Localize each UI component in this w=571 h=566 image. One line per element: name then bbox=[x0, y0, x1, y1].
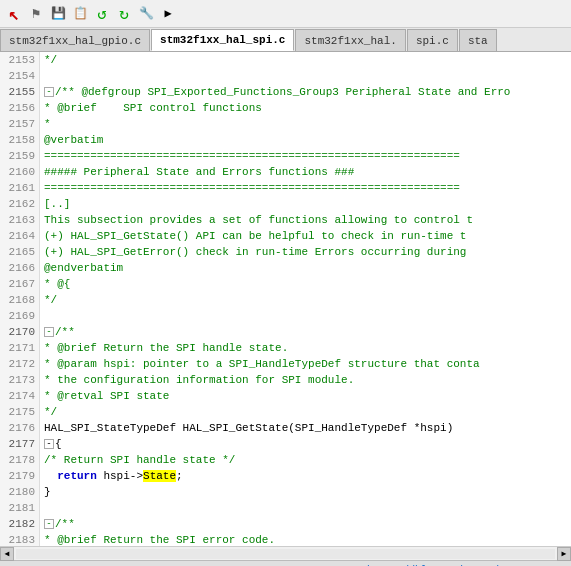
code-line-2162: [..] bbox=[40, 196, 571, 212]
code-line-2163: This subsection provides a set of functi… bbox=[40, 212, 571, 228]
ln-2183: 2183 bbox=[0, 532, 39, 546]
code-line-2166: @endverbatim bbox=[40, 260, 571, 276]
ln-2181: 2181 bbox=[0, 500, 39, 516]
code-line-2160: ##### Peripheral State and Errors functi… bbox=[40, 164, 571, 180]
code-line-2177: -{ bbox=[40, 436, 571, 452]
code-line-2178: /* Return SPI handle state */ bbox=[40, 452, 571, 468]
tab-spi-c[interactable]: spi.c bbox=[407, 29, 458, 51]
tab-spi[interactable]: stm32f1xx_hal_spi.c bbox=[151, 29, 294, 51]
code-line-2173: * the configuration information for SPI … bbox=[40, 372, 571, 388]
line-numbers: 2153 2154 2155 2156 2157 2158 2159 2160 … bbox=[0, 52, 40, 546]
code-line-2157: * bbox=[40, 116, 571, 132]
ln-2158: 2158 bbox=[0, 132, 39, 148]
ln-2182[interactable]: 2182 bbox=[0, 516, 39, 532]
code-line-2156: * @brief SPI control functions bbox=[40, 100, 571, 116]
ln-2178: 2178 bbox=[0, 452, 39, 468]
ln-2167: 2167 bbox=[0, 276, 39, 292]
code-line-2154 bbox=[40, 68, 571, 84]
editor: 2153 2154 2155 2156 2157 2158 2159 2160 … bbox=[0, 52, 571, 546]
ln-2166: 2166 bbox=[0, 260, 39, 276]
code-line-2170: -/** bbox=[40, 324, 571, 340]
ln-2170[interactable]: 2170 bbox=[0, 324, 39, 340]
run-icon[interactable]: ▶ bbox=[158, 4, 178, 24]
save-icon[interactable]: 💾 bbox=[48, 4, 68, 24]
code-line-2167: * @{ bbox=[40, 276, 571, 292]
ln-2177[interactable]: 2177 bbox=[0, 436, 39, 452]
ln-2171: 2171 bbox=[0, 340, 39, 356]
ln-2169: 2169 bbox=[0, 308, 39, 324]
code-line-2159: ========================================… bbox=[40, 148, 571, 164]
tab-bar: stm32f1xx_hal_gpio.c stm32f1xx_hal_spi.c… bbox=[0, 28, 571, 52]
code-line-2161: ========================================… bbox=[40, 180, 571, 196]
ln-2168: 2168 bbox=[0, 292, 39, 308]
code-line-2179: return hspi->State; bbox=[40, 468, 571, 484]
build-icon[interactable]: 🔧 bbox=[136, 4, 156, 24]
green-arrow1-icon[interactable]: ↺ bbox=[92, 4, 112, 24]
ln-2159: 2159 bbox=[0, 148, 39, 164]
ln-2175: 2175 bbox=[0, 404, 39, 420]
scroll-left-arrow[interactable]: ◀ bbox=[0, 547, 14, 561]
code-line-2164: (+) HAL_SPI_GetState() API can be helpfu… bbox=[40, 228, 571, 244]
ln-2174: 2174 bbox=[0, 388, 39, 404]
tab-gpio[interactable]: stm32f1xx_hal_gpio.c bbox=[0, 29, 150, 51]
ln-2162: 2162 bbox=[0, 196, 39, 212]
ln-2160: 2160 bbox=[0, 164, 39, 180]
scroll-track[interactable] bbox=[16, 549, 555, 559]
tab-hal[interactable]: stm32f1xx_hal. bbox=[295, 29, 405, 51]
code-line-2158: @verbatim bbox=[40, 132, 571, 148]
ln-2172: 2172 bbox=[0, 356, 39, 372]
code-line-2168: */ bbox=[40, 292, 571, 308]
ln-2161: 2161 bbox=[0, 180, 39, 196]
code-line-2172: * @param hspi: pointer to a SPI_HandleTy… bbox=[40, 356, 571, 372]
code-line-2165: (+) HAL_SPI_GetError() check in run-time… bbox=[40, 244, 571, 260]
code-line-2181 bbox=[40, 500, 571, 516]
code-line-2153: */ bbox=[40, 52, 571, 68]
ln-2180: 2180 bbox=[0, 484, 39, 500]
tab-sta[interactable]: sta bbox=[459, 29, 497, 51]
toolbar: ↖ ⚑ 💾 📋 ↺ ↻ 🔧 ▶ bbox=[0, 0, 571, 28]
statusbar: https://blog.csdn.net/qq_45085880 bbox=[0, 560, 571, 566]
code-line-2183: * @brief Return the SPI error code. bbox=[40, 532, 571, 546]
ln-2164: 2164 bbox=[0, 228, 39, 244]
code-line-2176: HAL_SPI_StateTypeDef HAL_SPI_GetState(SP… bbox=[40, 420, 571, 436]
ln-2176: 2176 bbox=[0, 420, 39, 436]
ln-2154: 2154 bbox=[0, 68, 39, 84]
code-line-2169 bbox=[40, 308, 571, 324]
ln-2163: 2163 bbox=[0, 212, 39, 228]
code-line-2182: -/** bbox=[40, 516, 571, 532]
code-line-2180: } bbox=[40, 484, 571, 500]
horizontal-scrollbar[interactable]: ◀ ▶ bbox=[0, 546, 571, 560]
cursor-icon[interactable]: ↖ bbox=[4, 4, 24, 24]
flag-icon[interactable]: ⚑ bbox=[26, 4, 46, 24]
copy-icon[interactable]: 📋 bbox=[70, 4, 90, 24]
code-line-2171: * @brief Return the SPI handle state. bbox=[40, 340, 571, 356]
ln-2155[interactable]: 2155 bbox=[0, 84, 39, 100]
ln-2153: 2153 bbox=[0, 52, 39, 68]
scroll-right-arrow[interactable]: ▶ bbox=[557, 547, 571, 561]
green-arrow2-icon[interactable]: ↻ bbox=[114, 4, 134, 24]
ln-2157: 2157 bbox=[0, 116, 39, 132]
ln-2179: 2179 bbox=[0, 468, 39, 484]
ln-2165: 2165 bbox=[0, 244, 39, 260]
code-line-2175: */ bbox=[40, 404, 571, 420]
ln-2173: 2173 bbox=[0, 372, 39, 388]
ln-2156: 2156 bbox=[0, 100, 39, 116]
code-line-2155: -/** @defgroup SPI_Exported_Functions_Gr… bbox=[40, 84, 571, 100]
code-content[interactable]: */ -/** @defgroup SPI_Exported_Functions… bbox=[40, 52, 571, 546]
code-line-2174: * @retval SPI state bbox=[40, 388, 571, 404]
